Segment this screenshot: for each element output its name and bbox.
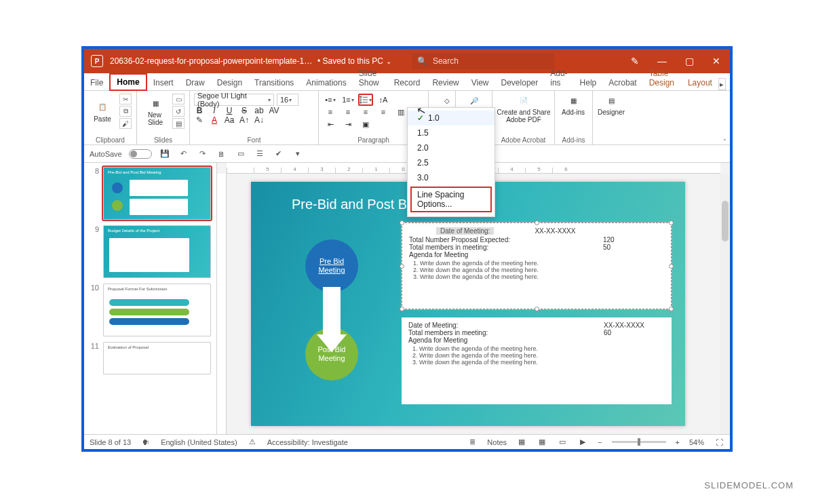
slideshow-view-icon[interactable]: ▶ (577, 438, 588, 447)
reset-icon[interactable]: ↺ (172, 106, 185, 117)
more-commands-icon[interactable]: ▾ (292, 148, 304, 160)
strikethrough-button[interactable]: S (239, 106, 250, 115)
notes-button[interactable]: Notes (487, 438, 507, 446)
status-bar: Slide 8 of 13 🗣 English (United States) … (84, 434, 730, 449)
designer-button[interactable]: ▤ Designer (597, 94, 625, 116)
addins-button[interactable]: ▦ Add-ins (559, 94, 587, 116)
redo-icon[interactable]: ↷ (197, 148, 209, 160)
font-color-button[interactable]: A (209, 115, 220, 125)
format-painter-icon[interactable]: 🖌 (119, 118, 132, 129)
bold-button[interactable]: B (194, 106, 205, 115)
close-button[interactable]: ✕ (703, 49, 730, 73)
clipboard-icon: 📋 (96, 100, 109, 114)
columns-button[interactable]: ▥ (393, 106, 408, 118)
touch-mode-icon[interactable]: ☰ (254, 148, 266, 160)
create-share-pdf-button[interactable]: 📄 Create and Share Adobe PDF (497, 94, 551, 123)
collapse-ribbon-icon[interactable]: ⌄ (722, 136, 727, 142)
line-spacing-1-5[interactable]: 1.5 (408, 125, 495, 140)
normal-view-icon[interactable]: ▦ (516, 438, 527, 447)
line-spacing-3-0[interactable]: 3.0 (408, 170, 495, 185)
convert-smartart-button[interactable]: ▣ (358, 118, 373, 130)
decrease-indent-button[interactable]: ⇤ (323, 118, 338, 130)
tab-design[interactable]: Design (211, 75, 248, 90)
font-family-select[interactable]: Segoe UI Light (Body)▾ (194, 94, 274, 106)
ribbon-expand-icon[interactable]: ▸ (718, 78, 726, 90)
thumbnail-slide-9[interactable]: Budget Details of the Project (103, 225, 211, 278)
underline-button[interactable]: U (224, 106, 235, 115)
vertical-scrollbar[interactable] (720, 174, 730, 434)
tab-review[interactable]: Review (426, 75, 465, 90)
line-spacing-2-5[interactable]: 2.5 (408, 155, 495, 170)
highlight-button[interactable]: ✎ (194, 115, 205, 125)
tab-animations[interactable]: Animations (300, 75, 352, 90)
align-left-button[interactable]: ≡ (323, 106, 338, 118)
line-spacing-options[interactable]: Line Spacing Options... (410, 187, 492, 212)
tab-insert[interactable]: Insert (147, 75, 180, 90)
down-arrow-shape[interactable] (321, 287, 343, 368)
spell-check-icon[interactable]: ✔ (273, 148, 285, 160)
zoom-in-button[interactable]: + (676, 438, 680, 446)
tab-record[interactable]: Record (388, 75, 427, 90)
grow-font-button[interactable]: A↑ (239, 115, 250, 125)
justify-button[interactable]: ≡ (376, 106, 391, 118)
tab-help[interactable]: Help (574, 75, 603, 90)
font-size-select[interactable]: 16▾ (277, 94, 298, 106)
section-icon[interactable]: ▤ (172, 118, 185, 129)
layout-icon[interactable]: ▭ (172, 94, 185, 104)
bullets-button[interactable]: •≡▾ (323, 94, 338, 106)
slide-counter[interactable]: Slide 8 of 13 (90, 438, 131, 446)
sorter-view-icon[interactable]: ▦ (537, 438, 547, 447)
tab-transitions[interactable]: Transitions (248, 75, 300, 90)
new-slide-button[interactable]: ▦ New Slide (141, 96, 170, 126)
from-beginning-icon[interactable]: ▭ (235, 148, 247, 160)
search-input[interactable] (431, 56, 549, 66)
search-box[interactable]: 🔍 (412, 53, 554, 69)
accessibility-label[interactable]: Accessibility: Investigate (267, 438, 348, 446)
tab-layout[interactable]: Layout (682, 75, 718, 90)
thumbnail-slide-11[interactable]: Evaluation of Proposal (103, 342, 211, 374)
tab-home[interactable]: Home (109, 73, 147, 91)
increase-indent-button[interactable]: ⇥ (341, 118, 355, 130)
line-spacing-2-0[interactable]: 2.0 (408, 140, 495, 155)
autosave-toggle[interactable] (129, 149, 152, 159)
pre-bid-bubble[interactable]: Pre Bid Meeting (305, 239, 358, 292)
slide-thumbnail-panel: 8 Pre-Bid and Post Bid Meeting 9 Budget … (84, 163, 217, 434)
document-title[interactable]: 20636-02-request-for-proposal-powerpoint… (110, 56, 313, 66)
tab-developer[interactable]: Developer (495, 75, 545, 90)
shrink-font-button[interactable]: A↓ (254, 115, 265, 125)
quick-print-icon[interactable]: 🗎 (216, 148, 228, 160)
italic-button[interactable]: I (209, 106, 220, 115)
numbering-button[interactable]: 1≡▾ (341, 94, 355, 106)
line-spacing-button[interactable]: ▾ (358, 94, 373, 106)
zoom-out-button[interactable]: − (598, 438, 602, 446)
shadow-button[interactable]: ab (254, 106, 265, 115)
paste-button[interactable]: 📋 Paste (88, 100, 117, 123)
post-bid-table[interactable]: Date of Meeting:XX-XX-XXXX Total members… (402, 317, 672, 404)
undo-icon[interactable]: ↶ (178, 148, 190, 160)
chevron-down-icon[interactable]: ⌄ (386, 58, 391, 65)
change-case-button[interactable]: Aa (224, 115, 235, 125)
character-spacing-button[interactable]: AV (269, 106, 279, 115)
zoom-level[interactable]: 54% (689, 438, 704, 446)
tab-slideshow[interactable]: Slide Show (353, 66, 388, 90)
align-right-button[interactable]: ≡ (358, 106, 373, 118)
align-center-button[interactable]: ≡ (341, 106, 355, 118)
tab-table-design[interactable]: Table Design (643, 66, 682, 90)
pre-bid-table[interactable]: Date of Meeting:XX-XX-XXXX Total Number … (402, 222, 672, 309)
fit-to-window-icon[interactable]: ⛶ (714, 438, 724, 447)
reading-view-icon[interactable]: ▭ (557, 438, 568, 447)
tab-addins[interactable]: Add-ins (544, 66, 573, 90)
thumbnail-slide-10[interactable]: Proposal Format For Submission (103, 284, 211, 336)
save-icon[interactable]: 💾 (159, 148, 171, 160)
save-state[interactable]: • Saved to this PC (317, 56, 383, 66)
cut-icon[interactable]: ✂ (119, 94, 132, 104)
zoom-slider[interactable] (612, 441, 666, 443)
copy-icon[interactable]: ⧉ (119, 106, 132, 117)
tab-acrobat[interactable]: Acrobat (602, 75, 642, 90)
tab-draw[interactable]: Draw (180, 75, 211, 90)
tab-view[interactable]: View (465, 75, 495, 90)
text-direction-button[interactable]: ↕A (376, 94, 391, 106)
thumbnail-slide-8[interactable]: Pre-Bid and Post Bid Meeting (103, 167, 211, 220)
tab-file[interactable]: File (84, 75, 109, 90)
language-label[interactable]: English (United States) (161, 438, 237, 446)
